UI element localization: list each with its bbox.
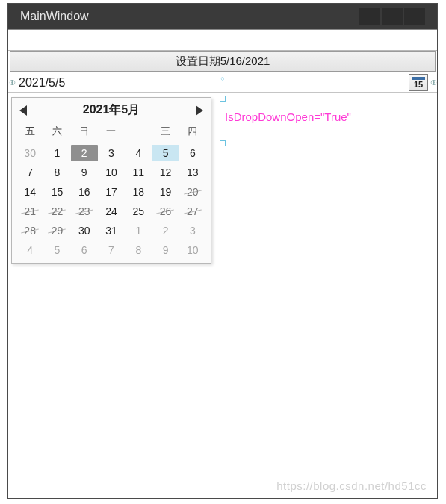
- designer-handle-right-icon: ⦿: [430, 73, 437, 92]
- calendar-icon: [412, 77, 425, 80]
- calendar-day[interactable]: 25: [125, 203, 152, 220]
- calendar-day[interactable]: 12: [152, 164, 179, 181]
- calendar-day[interactable]: 11: [125, 164, 152, 181]
- calendar-day[interactable]: 4: [125, 145, 152, 161]
- annotation-text: IsDropDownOpen="True": [225, 111, 351, 123]
- calendar-day[interactable]: 8: [43, 164, 70, 181]
- set-date-button[interactable]: 设置日期5/16/2021: [10, 51, 436, 72]
- calendar-header: 2021年5月: [12, 98, 211, 121]
- calendar-day[interactable]: 6: [71, 242, 98, 258]
- titlebar: MainWindow: [8, 4, 437, 29]
- calendar-day[interactable]: 16: [71, 184, 98, 200]
- calendar-day: 22: [43, 203, 70, 220]
- minimize-button[interactable]: [359, 8, 380, 25]
- content-row: 2021年5月 五六日一二三四3012345678910111213141516…: [8, 93, 437, 268]
- calendar-day: 28: [16, 223, 43, 239]
- day-of-week-header: 四: [179, 122, 206, 142]
- calendar-day[interactable]: 14: [16, 184, 43, 200]
- day-of-week-header: 五: [16, 122, 43, 142]
- calendar-popup: 2021年5月 五六日一二三四3012345678910111213141516…: [11, 97, 211, 264]
- calendar-day[interactable]: 15: [43, 184, 70, 200]
- calendar-day[interactable]: 4: [16, 242, 43, 258]
- calendar-title[interactable]: 2021年5月: [83, 102, 140, 118]
- datepicker: ⦿ ○ 15 ⦿: [8, 73, 437, 93]
- day-of-week-header: 六: [43, 122, 70, 142]
- calendar-day[interactable]: 5: [43, 242, 70, 258]
- client-area: 设置日期5/16/2021 ⦿ ○ 15 ⦿ 2021年5月 五六日一二三四30…: [8, 29, 437, 498]
- day-of-week-header: 二: [125, 122, 152, 142]
- calendar-day[interactable]: 5: [152, 145, 179, 161]
- watermark: https://blog.csdn.net/hd51cc: [276, 479, 427, 492]
- calendar-day[interactable]: 7: [98, 242, 125, 258]
- designer-handle-left-icon: ⦿: [8, 73, 16, 92]
- calendar-day: 20: [179, 184, 206, 200]
- maximize-button[interactable]: [382, 8, 403, 25]
- calendar-day[interactable]: 1: [125, 223, 152, 239]
- calendar-day[interactable]: 8: [125, 242, 152, 258]
- main-window: MainWindow 设置日期5/16/2021 ⦿ ○ 15 ⦿: [7, 3, 438, 499]
- calendar-day[interactable]: 2: [71, 145, 98, 161]
- next-month-button[interactable]: [196, 105, 203, 116]
- calendar-day[interactable]: 17: [98, 184, 125, 200]
- calendar-day[interactable]: 24: [98, 203, 125, 220]
- calendar-day[interactable]: 10: [98, 164, 125, 181]
- day-of-week-header: 日: [71, 122, 98, 142]
- calendar-day[interactable]: 30: [71, 223, 98, 239]
- window-buttons: [359, 8, 425, 25]
- calendar-day: 29: [43, 223, 70, 239]
- calendar-day: 26: [152, 203, 179, 220]
- calendar-day: 23: [71, 203, 98, 220]
- datepicker-input[interactable]: [16, 73, 409, 92]
- empty-row: [8, 30, 437, 51]
- prev-month-button[interactable]: [19, 105, 27, 116]
- day-of-week-header: 三: [152, 122, 179, 142]
- calendar-dropdown-button[interactable]: 15: [409, 74, 428, 91]
- calendar-day[interactable]: 7: [16, 164, 43, 181]
- calendar-day[interactable]: 18: [125, 184, 152, 200]
- calendar-day[interactable]: 30: [16, 145, 43, 161]
- calendar-day[interactable]: 9: [71, 164, 98, 181]
- day-of-week-header: 一: [98, 122, 125, 142]
- calendar-icon-day: 15: [414, 81, 423, 89]
- calendar-day: 21: [16, 203, 43, 220]
- calendar-day[interactable]: 9: [152, 242, 179, 258]
- calendar-day[interactable]: 19: [152, 184, 179, 200]
- calendar-day[interactable]: 6: [179, 145, 206, 161]
- calendar-day[interactable]: 13: [179, 164, 206, 181]
- calendar-day: 27: [179, 203, 206, 220]
- close-button[interactable]: [404, 8, 425, 25]
- calendar-day[interactable]: 10: [179, 242, 206, 258]
- designer-marker-icon: ○: [220, 75, 224, 82]
- window-title: MainWindow: [20, 10, 359, 23]
- calendar-day[interactable]: 1: [43, 145, 70, 161]
- calendar-day[interactable]: 3: [98, 145, 125, 161]
- calendar-day[interactable]: 3: [179, 223, 206, 239]
- calendar-grid: 五六日一二三四301234567891011121314151617181920…: [12, 121, 211, 258]
- calendar-day[interactable]: 31: [98, 223, 125, 239]
- calendar-day[interactable]: 2: [152, 223, 179, 239]
